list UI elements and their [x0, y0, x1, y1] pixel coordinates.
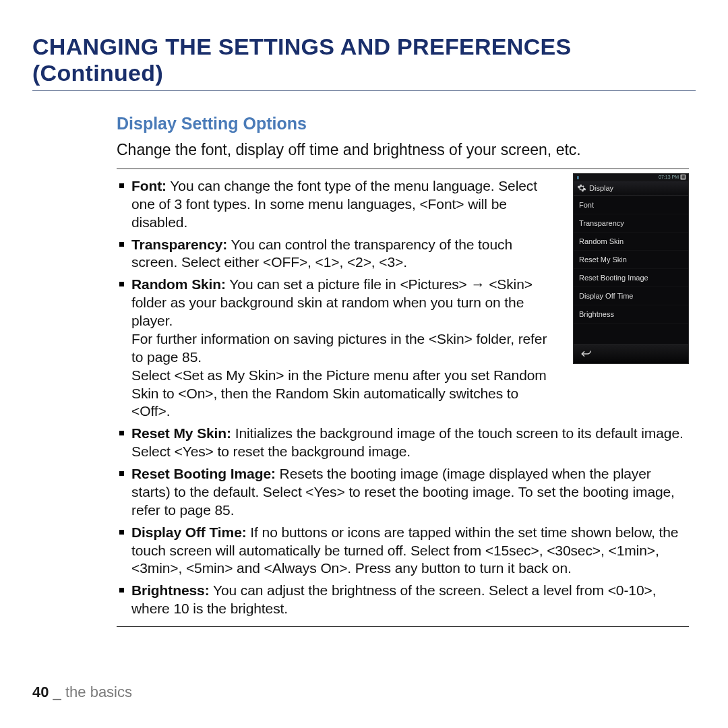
device-status-bar: ⏸ 07:13 PM 🔳 — [574, 174, 688, 181]
footer-sep: _ — [49, 684, 65, 700]
option-font: Font: You can change the font type of th… — [117, 177, 561, 232]
section-title: Display Setting Options — [117, 114, 689, 133]
option-random-skin: Random Skin: You can set a picture file … — [117, 276, 561, 421]
footer-section: the basics — [65, 684, 132, 700]
option-label: Font: — [131, 178, 166, 193]
intro-text: Change the font, display off time and br… — [117, 140, 689, 160]
options-list-bottom: Reset My Skin: Initializes the backgroun… — [117, 425, 689, 618]
device-item-random-skin: Random Skin — [574, 233, 688, 251]
option-transparency: Transparency: You can control the transp… — [117, 236, 561, 272]
option-brightness: Brightness: You can adjust the brightnes… — [117, 582, 689, 618]
status-time: 07:13 PM 🔳 — [659, 175, 686, 180]
device-item-reset-my-skin: Reset My Skin — [574, 251, 688, 269]
option-label: Transparency: — [131, 237, 227, 252]
device-screenshot: ⏸ 07:13 PM 🔳 Display Font Transparency R… — [573, 173, 689, 364]
divider-top — [117, 169, 689, 169]
option-label: Display Off Time: — [131, 524, 247, 540]
device-header: Display — [574, 181, 688, 196]
option-reset-my-skin: Reset My Skin: Initializes the backgroun… — [117, 425, 689, 461]
device-item-brightness: Brightness — [574, 305, 688, 324]
option-label: Random Skin: — [131, 276, 226, 292]
options-list-top: Font: You can change the font type of th… — [117, 177, 561, 421]
gear-icon — [577, 183, 586, 193]
device-item-reset-booting-image: Reset Booting Image — [574, 269, 688, 287]
device-footer — [574, 344, 688, 363]
option-text: You can change the font type of the menu… — [131, 178, 537, 230]
option-reset-booting-image: Reset Booting Image: Resets the booting … — [117, 465, 689, 520]
content-area: Display Setting Options Change the font,… — [32, 114, 696, 627]
option-text: You can adjust the brightness of the scr… — [131, 582, 656, 616]
page-footer: 40 _ the basics — [32, 684, 132, 701]
device-item-display-off-time: Display Off Time — [574, 287, 688, 305]
device-menu-list: Font Transparency Random Skin Reset My S… — [574, 196, 688, 344]
option-text: You can set a picture file in <Pictures>… — [131, 276, 547, 419]
option-label: Reset My Skin: — [131, 425, 231, 441]
divider-bottom — [117, 626, 689, 627]
back-icon — [580, 349, 593, 359]
option-label: Brightness: — [131, 582, 210, 598]
option-label: Reset Booting Image: — [131, 466, 276, 481]
page-number: 40 — [32, 684, 49, 700]
option-display-off-time: Display Off Time: If no buttons or icons… — [117, 524, 689, 578]
page-title: CHANGING THE SETTINGS AND PREFERENCES (C… — [32, 34, 696, 91]
device-item-font: Font — [574, 196, 688, 214]
device-header-title: Display — [589, 184, 613, 192]
pause-icon: ⏸ — [576, 175, 580, 180]
device-item-transparency: Transparency — [574, 214, 688, 233]
